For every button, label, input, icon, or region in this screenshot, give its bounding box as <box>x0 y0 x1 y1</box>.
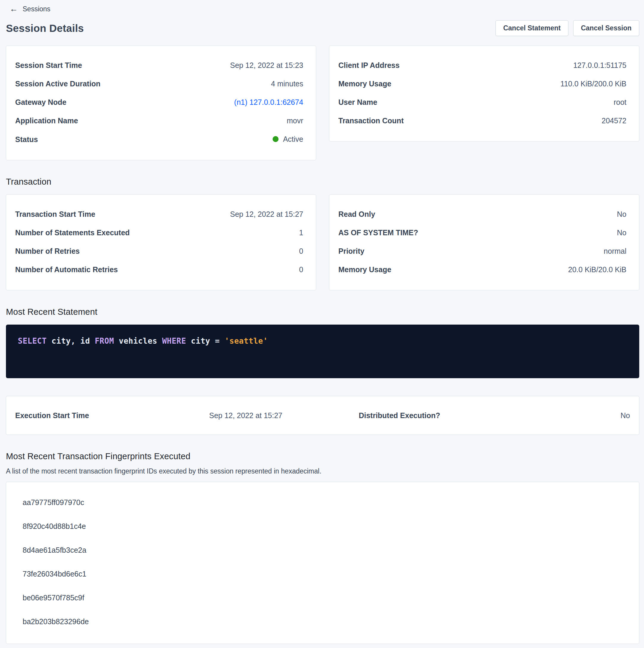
row-value: No <box>617 228 627 237</box>
row-label: Number of Automatic Retries <box>15 265 118 274</box>
execution-start-time-value: Sep 12, 2022 at 15:27 <box>169 411 323 420</box>
session-summary-card-left: Session Start Time Sep 12, 2022 at 15:23… <box>6 46 316 160</box>
row-value: Sep 12, 2022 at 15:27 <box>230 209 303 219</box>
summary-row-priority: Priority normal <box>338 242 627 260</box>
execution-summary-card: Execution Start Time Sep 12, 2022 at 15:… <box>6 396 639 435</box>
fingerprint-id: 73fe26034bd6e6c1 <box>22 562 630 586</box>
statement-section-heading: Most Recent Statement <box>6 307 639 317</box>
row-value: No <box>617 209 627 219</box>
transaction-summary-card-left: Transaction Start Time Sep 12, 2022 at 1… <box>6 195 316 290</box>
fingerprint-id: aa79775ff097970c <box>22 490 630 514</box>
sql-string-literal: 'seattle' <box>225 336 268 345</box>
summary-row-user-name: User Name root <box>338 93 627 111</box>
row-label: Gateway Node <box>15 97 66 107</box>
row-label: Priority <box>338 246 364 256</box>
distributed-execution-value: No <box>476 411 630 420</box>
summary-row-retries: Number of Retries 0 <box>15 242 303 260</box>
gateway-node-link[interactable]: (n1) 127.0.0.1:62674 <box>234 97 303 107</box>
summary-row-statements-executed: Number of Statements Executed 1 <box>15 223 303 242</box>
cancel-session-button[interactable]: Cancel Session <box>573 20 639 36</box>
summary-row-session-start-time: Session Start Time Sep 12, 2022 at 15:23 <box>15 56 303 74</box>
fingerprint-id: be06e9570f785c9f <box>22 586 630 609</box>
row-value: 4 minutes <box>271 79 303 89</box>
breadcrumb-label: Sessions <box>22 5 50 13</box>
summary-row-txn-start-time: Transaction Start Time Sep 12, 2022 at 1… <box>15 205 303 223</box>
session-summary-card-right: Client IP Address 127.0.0.1:51175 Memory… <box>329 46 639 142</box>
summary-row-read-only: Read Only No <box>338 205 627 223</box>
sql-statement-box: SELECT city, id FROM vehicles WHERE city… <box>6 325 639 378</box>
fingerprint-id: ba2b203b823296de <box>22 609 630 633</box>
sql-keyword: WHERE <box>162 336 186 345</box>
sql-text: city = <box>186 336 224 345</box>
fingerprints-card: aa79775ff097970c 8f920c40d88b1c4e 8d4ae6… <box>6 482 639 644</box>
session-summary-grid: Session Start Time Sep 12, 2022 at 15:23… <box>6 46 639 160</box>
summary-row-status: Status Active <box>15 130 303 149</box>
row-label: Status <box>15 134 38 144</box>
breadcrumb-back-sessions[interactable]: ← Sessions <box>9 5 50 13</box>
row-value: 0 <box>299 265 303 274</box>
row-value: 127.0.0.1:51175 <box>573 60 627 70</box>
summary-row-automatic-retries: Number of Automatic Retries 0 <box>15 260 303 279</box>
row-label: Application Name <box>15 116 78 125</box>
row-label: Transaction Count <box>338 116 404 125</box>
row-value: 1 <box>299 228 303 237</box>
row-label: Memory Usage <box>338 265 391 274</box>
sql-text: vehicles <box>114 336 162 345</box>
row-value: 0 <box>299 246 303 256</box>
row-value: root <box>613 97 627 107</box>
row-label: Session Start Time <box>15 60 82 70</box>
summary-row-as-of-system-time: AS OF SYSTEM TIME? No <box>338 223 627 242</box>
row-value: 204572 <box>602 116 627 125</box>
row-label: Transaction Start Time <box>15 209 95 219</box>
sql-keyword: FROM <box>95 336 114 345</box>
row-label: AS OF SYSTEM TIME? <box>338 228 418 237</box>
header-actions: Cancel Statement Cancel Session <box>495 20 639 36</box>
title-row: Session Details Cancel Statement Cancel … <box>6 20 639 36</box>
fingerprints-description: A list of the most recent transaction fi… <box>6 467 639 475</box>
fingerprint-id: 8f920c40d88b1c4e <box>22 514 630 538</box>
status-active-dot-icon <box>273 136 279 142</box>
row-label: Number of Statements Executed <box>15 228 130 237</box>
fingerprints-section-heading: Most Recent Transaction Fingerprints Exe… <box>6 451 639 461</box>
back-arrow-icon: ← <box>9 5 18 13</box>
summary-row-transaction-count: Transaction Count 204572 <box>338 111 627 130</box>
distributed-execution-label: Distributed Execution? <box>323 411 476 420</box>
summary-row-session-active-duration: Session Active Duration 4 minutes <box>15 74 303 93</box>
summary-row-client-ip: Client IP Address 127.0.0.1:51175 <box>338 56 627 74</box>
row-value: 110.0 KiB/200.0 KiB <box>561 79 627 89</box>
cancel-statement-button[interactable]: Cancel Statement <box>495 20 569 36</box>
transaction-section-heading: Transaction <box>6 177 639 187</box>
fingerprint-id: 8d4ae61a5fb3ce2a <box>22 538 630 562</box>
row-value: normal <box>604 246 627 256</box>
row-label: Client IP Address <box>338 60 400 70</box>
page-title: Session Details <box>6 22 84 34</box>
status-value: Active <box>283 134 303 144</box>
sql-text: city, id <box>47 336 95 345</box>
row-value: Sep 12, 2022 at 15:23 <box>230 60 303 70</box>
row-value: movr <box>287 116 303 125</box>
transaction-summary-grid: Transaction Start Time Sep 12, 2022 at 1… <box>6 195 639 290</box>
summary-row-memory-usage: Memory Usage 110.0 KiB/200.0 KiB <box>338 74 627 93</box>
row-label: Read Only <box>338 209 375 219</box>
summary-row-txn-memory-usage: Memory Usage 20.0 KiB/20.0 KiB <box>338 260 627 279</box>
summary-row-gateway-node: Gateway Node (n1) 127.0.0.1:62674 <box>15 93 303 111</box>
session-details-page: ← Sessions Session Details Cancel Statem… <box>0 0 644 644</box>
transaction-summary-card-right: Read Only No AS OF SYSTEM TIME? No Prior… <box>329 195 639 290</box>
summary-row-application-name: Application Name movr <box>15 111 303 130</box>
row-label: Session Active Duration <box>15 79 101 89</box>
row-label: Memory Usage <box>338 79 391 89</box>
sql-keyword: SELECT <box>18 336 47 345</box>
status-badge: Active <box>273 134 303 144</box>
row-label: Number of Retries <box>15 246 80 256</box>
execution-start-time-label: Execution Start Time <box>15 411 169 420</box>
row-label: User Name <box>338 97 377 107</box>
row-value: 20.0 KiB/20.0 KiB <box>568 265 627 274</box>
